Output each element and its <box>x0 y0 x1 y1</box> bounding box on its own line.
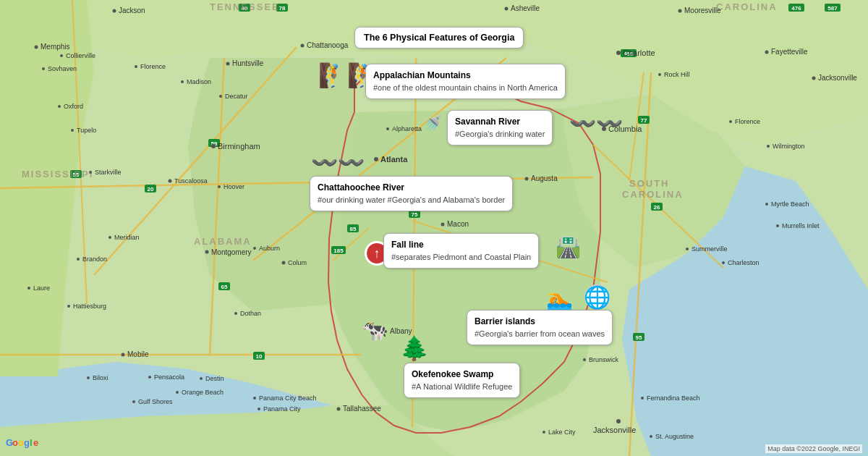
highway-sign-icon: 🛣️ <box>556 235 581 259</box>
svg-text:Huntsville: Huntsville <box>232 59 264 67</box>
svg-text:Brunswick: Brunswick <box>589 356 619 363</box>
svg-point-144 <box>722 261 725 264</box>
svg-text:o: o <box>18 437 24 448</box>
svg-text:Meridian: Meridian <box>114 234 140 241</box>
okefenokee-subtitle: #A National Wildlife Refugee <box>412 381 512 393</box>
svg-point-164 <box>650 435 652 438</box>
svg-text:Florence: Florence <box>735 118 760 125</box>
svg-text:e: e <box>33 437 38 448</box>
svg-text:Macon: Macon <box>447 220 469 228</box>
svg-text:Brandon: Brandon <box>82 256 107 263</box>
svg-point-114 <box>122 353 125 357</box>
svg-point-148 <box>765 203 768 206</box>
title-text: The 6 Physical Features of Georgia <box>364 33 514 43</box>
swimmer-icon: 🏊 <box>546 287 573 312</box>
svg-text:Rock Hill: Rock Hill <box>664 71 690 78</box>
svg-text:St. Augustine: St. Augustine <box>655 433 694 440</box>
svg-text:Chattanooga: Chattanooga <box>307 41 349 49</box>
svg-text:CAROLINA: CAROLINA <box>716 1 778 12</box>
svg-text:Memphis: Memphis <box>41 43 70 51</box>
svg-text:Mooresville: Mooresville <box>684 7 721 14</box>
svg-point-120 <box>200 377 203 380</box>
faucet-icon: 🚿 <box>424 114 442 132</box>
svg-text:Charleston: Charleston <box>728 259 760 266</box>
svg-point-166 <box>27 287 30 290</box>
chattahoochee-icon: 〰️〰️ <box>311 150 365 175</box>
fallline-subtitle: #separates Piedmont and Coastal Plain <box>391 251 531 263</box>
savannah-subtitle: #Georgia's drinking water <box>455 128 545 140</box>
svg-point-140 <box>658 73 661 76</box>
svg-point-162 <box>542 431 545 434</box>
svg-text:Wilmington: Wilmington <box>773 143 805 150</box>
svg-text:Auburn: Auburn <box>259 245 280 252</box>
svg-text:Fernandina Beach: Fernandina Beach <box>647 394 700 402</box>
svg-text:SOUTH: SOUTH <box>629 178 670 189</box>
svg-point-150 <box>776 224 779 227</box>
svg-text:Birmingham: Birmingham <box>218 142 260 151</box>
svg-text:Florence: Florence <box>140 63 166 70</box>
svg-point-146 <box>767 145 770 148</box>
svg-text:26: 26 <box>654 204 660 211</box>
svg-text:Charlotte: Charlotte <box>623 48 655 57</box>
svg-text:Lake City: Lake City <box>548 428 576 436</box>
svg-point-100 <box>169 180 172 183</box>
svg-text:Madison: Madison <box>187 78 211 85</box>
svg-point-84 <box>135 65 137 68</box>
svg-point-112 <box>282 261 286 265</box>
svg-text:Laure: Laure <box>33 284 50 292</box>
svg-point-116 <box>87 376 90 379</box>
svg-text:Asheville: Asheville <box>511 4 540 12</box>
svg-text:Destin: Destin <box>205 375 224 382</box>
svg-text:Hoover: Hoover <box>224 183 244 190</box>
svg-text:Jackson: Jackson <box>119 7 145 14</box>
svg-text:g: g <box>24 437 30 448</box>
svg-text:CAROLINA: CAROLINA <box>622 189 684 200</box>
savannah-icon: 〰️〰️ <box>569 111 623 136</box>
svg-point-110 <box>77 258 80 261</box>
chattahoochee-title: Chattahoochee River <box>318 181 505 194</box>
svg-text:Tallahassee: Tallahassee <box>343 405 381 413</box>
svg-text:TENNESSEE: TENNESSEE <box>210 1 280 12</box>
svg-point-88 <box>181 80 184 83</box>
svg-point-106 <box>253 247 256 250</box>
chattahoochee-box: Chattahoochee River #our drinking water … <box>310 176 513 211</box>
svg-text:Panama City: Panama City <box>263 405 301 413</box>
svg-point-78 <box>812 77 816 80</box>
cow-icon: 🐄 <box>362 318 387 342</box>
svg-point-156 <box>616 419 621 423</box>
svg-point-86 <box>226 62 230 66</box>
svg-text:Myrtle Beach: Myrtle Beach <box>771 200 809 208</box>
svg-text:Murrells Inlet: Murrells Inlet <box>782 222 820 229</box>
svg-point-90 <box>219 95 222 98</box>
svg-point-70 <box>505 7 509 11</box>
svg-text:Dothan: Dothan <box>240 310 261 317</box>
svg-text:10: 10 <box>256 353 263 360</box>
svg-point-68 <box>301 44 305 48</box>
svg-text:Panama City Beach: Panama City Beach <box>259 394 317 402</box>
svg-point-134 <box>374 157 378 161</box>
appalachian-title: Appalachian Mountains <box>373 69 558 82</box>
svg-text:20: 20 <box>148 186 154 193</box>
tree-icon: 🌲 <box>400 334 429 362</box>
svg-point-108 <box>109 236 111 239</box>
globe-icon: 🌐 <box>584 284 609 309</box>
svg-text:o: o <box>12 437 18 448</box>
svg-text:587: 587 <box>827 5 838 12</box>
svg-point-96 <box>211 144 216 148</box>
barrier-subtitle: #Georgia's barrier from ocean waves <box>475 328 605 340</box>
svg-text:Colum: Colum <box>288 259 307 266</box>
svg-text:185: 185 <box>333 248 344 254</box>
svg-point-138 <box>441 223 445 227</box>
map-attribution: Map data ©2022 Google, INEGI <box>765 444 862 453</box>
svg-point-122 <box>176 391 179 394</box>
google-logo: G o o g l e <box>6 436 46 452</box>
title-box: The 6 Physical Features of Georgia <box>354 27 524 48</box>
svg-text:476: 476 <box>791 5 801 12</box>
svg-point-132 <box>386 127 389 130</box>
svg-point-136 <box>525 177 529 181</box>
map-container: 20 75 85 95 65 59 185 77 26 16 10 55 <box>0 0 868 456</box>
svg-point-66 <box>113 9 116 13</box>
okefenokee-box: Okefenokee Swamp #A National Wildlife Re… <box>404 363 520 398</box>
svg-text:Gulf Shores: Gulf Shores <box>138 398 173 405</box>
svg-point-74 <box>678 9 682 13</box>
